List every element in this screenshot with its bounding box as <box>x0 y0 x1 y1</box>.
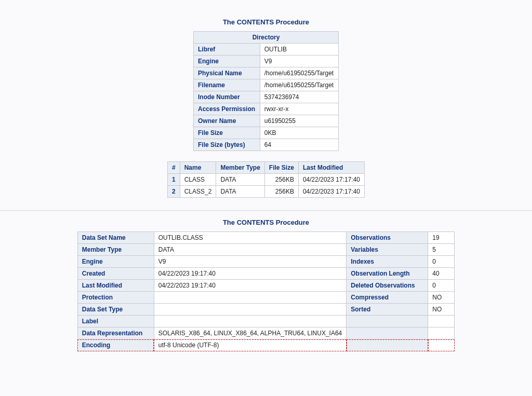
details-label-left: Data Set Type <box>77 304 154 316</box>
details-label-right: Observations <box>347 232 428 244</box>
details-label-right: Observation Length <box>347 268 428 280</box>
details-value-left: SOLARIS_X86_64, LINUX_X86_64, ALPHA_TRU6… <box>154 327 347 339</box>
details-value-left <box>154 304 347 316</box>
details-label-left: Created <box>77 268 154 280</box>
col-name: Name <box>180 162 216 174</box>
directory-value: /home/u61950255/Target <box>260 67 338 79</box>
directory-row: File Size (bytes)64 <box>194 139 339 151</box>
details-label-left: Member Type <box>77 244 154 256</box>
members-modified: 04/22/2023 17:17:40 <box>298 174 364 186</box>
directory-value: rwxr-xr-x <box>260 103 338 115</box>
section1-title: The CONTENTS Procedure <box>0 18 532 26</box>
details-label-right: Compressed <box>347 292 428 304</box>
details-value-right: 40 <box>428 268 455 280</box>
section2-title: The CONTENTS Procedure <box>0 219 532 226</box>
details-value-right: 19 <box>428 232 455 244</box>
details-label-right: Variables <box>347 244 428 256</box>
directory-row: Owner Nameu61950255 <box>194 115 339 127</box>
details-row: Data Set TypeSortedNO <box>77 304 455 316</box>
members-modified: 04/22/2023 17:17:40 <box>298 186 364 198</box>
details-value-right: 0 <box>428 280 455 292</box>
directory-label: Filename <box>194 79 260 91</box>
dataset-details-table: Data Set NameOUTLIB.CLASSObservations19M… <box>77 231 455 351</box>
details-label-left: Engine <box>77 256 154 268</box>
details-value-left: OUTLIB.CLASS <box>154 232 347 244</box>
col-idx: # <box>168 162 180 174</box>
directory-label: Libref <box>194 44 260 56</box>
details-value-left: DATA <box>154 244 347 256</box>
details-label-left: Last Modified <box>77 280 154 292</box>
members-idx: 2 <box>168 186 180 198</box>
details-label-right: Sorted <box>347 304 428 316</box>
members-name: CLASS_2 <box>180 186 216 198</box>
details-label-right <box>347 327 428 339</box>
col-type: Member Type <box>216 162 264 174</box>
details-value-right: 0 <box>428 256 455 268</box>
directory-value: V9 <box>260 56 338 67</box>
details-label-right: Deleted Observations <box>347 280 428 292</box>
section-divider <box>0 210 532 211</box>
details-value-left <box>154 316 347 327</box>
directory-row: Filename/home/u61950255/Target <box>194 79 339 91</box>
members-name: CLASS <box>180 174 216 186</box>
details-label-left: Encoding <box>77 339 154 351</box>
directory-value: OUTLIB <box>260 44 338 56</box>
details-label-right <box>347 316 428 327</box>
directory-row: Inode Number5374236974 <box>194 91 339 103</box>
directory-label: Engine <box>194 56 260 67</box>
directory-value: 0KB <box>260 127 338 139</box>
directory-value: u61950255 <box>260 115 338 127</box>
directory-header: Directory <box>194 32 339 44</box>
directory-label: File Size (bytes) <box>194 139 260 151</box>
members-size: 256KB <box>264 174 298 186</box>
directory-row: EngineV9 <box>194 56 339 67</box>
details-value-right <box>428 316 455 327</box>
details-row: Label <box>77 316 455 327</box>
col-size: File Size <box>264 162 298 174</box>
directory-row: Access Permissionrwxr-xr-x <box>194 103 339 115</box>
details-value-left: V9 <box>154 256 347 268</box>
page: The CONTENTS Procedure Directory LibrefO… <box>0 0 532 377</box>
directory-value: 64 <box>260 139 338 151</box>
directory-label: Access Permission <box>194 103 260 115</box>
members-idx: 1 <box>168 174 180 186</box>
details-row: EngineV9Indexes0 <box>77 256 455 268</box>
directory-label: File Size <box>194 127 260 139</box>
details-value-left: 04/22/2023 19:17:40 <box>154 280 347 292</box>
details-label-left: Data Set Name <box>77 232 154 244</box>
members-size: 256KB <box>264 186 298 198</box>
details-row: Encodingutf-8 Unicode (UTF-8) <box>77 339 455 351</box>
directory-value: /home/u61950255/Target <box>260 79 338 91</box>
directory-label: Inode Number <box>194 91 260 103</box>
details-value-right: NO <box>428 304 455 316</box>
members-type: DATA <box>216 174 264 186</box>
directory-label: Physical Name <box>194 67 260 79</box>
col-modified: Last Modified <box>298 162 364 174</box>
details-row: Data Set NameOUTLIB.CLASSObservations19 <box>77 232 455 244</box>
details-label-left: Protection <box>77 292 154 304</box>
directory-label: Owner Name <box>194 115 260 127</box>
details-row: ProtectionCompressedNO <box>77 292 455 304</box>
members-row: 2CLASS_2DATA256KB04/22/2023 17:17:40 <box>168 186 365 198</box>
details-value-left: utf-8 Unicode (UTF-8) <box>154 339 347 351</box>
details-value-right <box>428 327 455 339</box>
directory-row: Physical Name/home/u61950255/Target <box>194 67 339 79</box>
details-label-left: Label <box>77 316 154 327</box>
details-value-right: 5 <box>428 244 455 256</box>
directory-value: 5374236974 <box>260 91 338 103</box>
details-value-left: 04/22/2023 19:17:40 <box>154 268 347 280</box>
details-value-right: NO <box>428 292 455 304</box>
details-row: Created04/22/2023 19:17:40Observation Le… <box>77 268 455 280</box>
details-label-right <box>347 339 428 351</box>
details-row: Data RepresentationSOLARIS_X86_64, LINUX… <box>77 327 455 339</box>
details-row: Member TypeDATAVariables5 <box>77 244 455 256</box>
details-value-right <box>428 339 455 351</box>
details-row: Last Modified04/22/2023 19:17:40Deleted … <box>77 280 455 292</box>
directory-row: LibrefOUTLIB <box>194 44 339 56</box>
members-table: # Name Member Type File Size Last Modifi… <box>167 161 365 198</box>
details-value-left <box>154 292 347 304</box>
members-type: DATA <box>216 186 264 198</box>
directory-table: Directory LibrefOUTLIBEngineV9Physical N… <box>193 31 339 151</box>
directory-row: File Size0KB <box>194 127 339 139</box>
details-label-left: Data Representation <box>77 327 154 339</box>
